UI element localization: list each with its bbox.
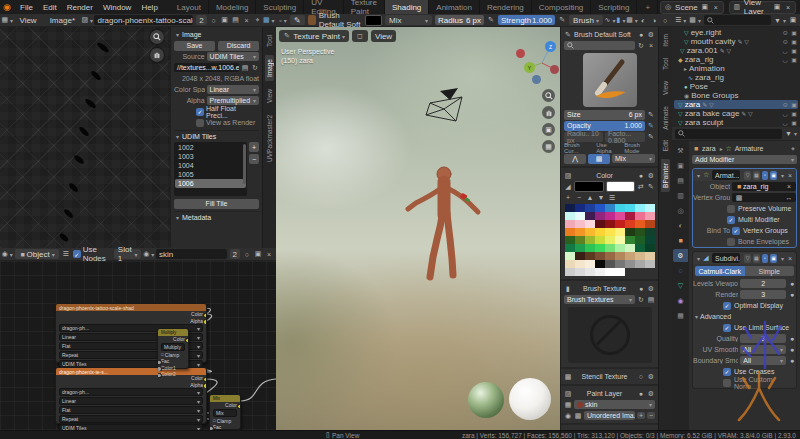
open-image-icon[interactable]: ▤ (232, 16, 240, 24)
palette-swatch[interactable] (595, 244, 605, 252)
palette-add-icon[interactable]: + (564, 194, 572, 201)
hdri-preview-sphere[interactable] (468, 382, 504, 418)
catmull-clark-button[interactable]: Catmull-Clark (695, 266, 745, 276)
material-icon[interactable]: ◉▾ (144, 250, 153, 258)
custom-normals-option[interactable]: Use Custom Norm... (693, 377, 796, 388)
factor-slider-disabled[interactable]: Facto... 0.800 (605, 132, 645, 142)
editor-type-icon[interactable]: ▫▾ (279, 17, 287, 24)
shader-node-editor[interactable]: dragon-phoenix-tattoo-scale-shad Color A… (0, 261, 276, 430)
source-select[interactable]: UDIM Tiles▾ (207, 52, 259, 61)
palette-swatch[interactable] (595, 228, 605, 236)
palette-swatch[interactable] (625, 204, 635, 212)
palette-swatch[interactable] (645, 260, 655, 268)
palette-swatch[interactable] (565, 252, 575, 260)
udim-panel-title[interactable]: UDIM Tiles (182, 133, 216, 140)
pressure-icon[interactable]: ✎ (647, 111, 655, 119)
palette-swatch[interactable] (575, 204, 585, 212)
cage-toggle[interactable]: ▦ (753, 254, 760, 263)
fill-tile-button[interactable]: Fill Tile (174, 199, 259, 209)
outliner-item[interactable]: ◆ zara_rig ◡ ▣ (674, 55, 798, 64)
palette-swatch[interactable] (575, 244, 585, 252)
armature-object-field[interactable]: ■zara_rig× (732, 182, 796, 191)
palette-down-icon[interactable]: ▼ (597, 194, 605, 201)
unlink-icon[interactable]: × (265, 251, 273, 258)
palette-swatch[interactable] (605, 228, 615, 236)
gear-icon[interactable]: ⚙ (647, 31, 655, 39)
colorspace-select[interactable]: Linear▾ (207, 85, 259, 94)
palette-swatch[interactable] (595, 260, 605, 268)
fake-user-dot[interactable]: ○ (637, 373, 645, 380)
palette-swatch[interactable] (645, 212, 655, 220)
palette-swatch[interactable] (625, 220, 635, 228)
palette-swatch[interactable] (645, 252, 655, 260)
palette-swatch[interactable] (605, 268, 615, 276)
matcap-sphere[interactable] (509, 378, 551, 420)
node-output[interactable]: Alpha (56, 318, 206, 325)
half-float-checkbox[interactable] (196, 108, 204, 116)
tab-view-layer[interactable]: ▥ (673, 189, 688, 202)
tab-output[interactable]: ▤ (673, 174, 688, 187)
brush-texture-title[interactable]: Brush Texture (583, 285, 626, 292)
visibility-icons[interactable]: ⊙ ▣ (783, 38, 798, 45)
metadata-panel-title[interactable]: Metadata (182, 214, 211, 221)
menubar-item[interactable]: Window (98, 3, 136, 12)
gizmo-y-axis[interactable]: Y (524, 62, 535, 73)
symmetry-y-icon[interactable]: ◑ (650, 17, 658, 24)
falloff-icon[interactable]: ∿▾ (606, 16, 614, 24)
sidebar-tab[interactable]: UVPackmaster2 (265, 111, 274, 166)
fake-user-dot[interactable]: ● (637, 390, 645, 397)
view-layer-selector[interactable]: ▥ View Layer ▣ × (729, 1, 796, 14)
palette-swatch[interactable] (625, 260, 635, 268)
gear-icon[interactable]: ⚙ (647, 373, 655, 381)
unlink-icon[interactable]: × (243, 17, 251, 24)
image-menu[interactable]: Image* (45, 16, 80, 25)
brush-search-input[interactable] (564, 41, 635, 50)
filter-icon[interactable]: ▼▾ (785, 130, 797, 137)
edit-mode-toggle[interactable]: ▽ (744, 171, 751, 180)
filter-icon[interactable]: ▼▾ (774, 17, 786, 24)
palette-swatch[interactable] (575, 268, 585, 276)
palette-swatch[interactable] (575, 228, 585, 236)
radius-slider-disabled[interactable]: Radiu.. 10 px (564, 132, 603, 142)
palette-swatch[interactable] (645, 220, 655, 228)
radius-slider[interactable]: Radius6 px (435, 15, 484, 25)
palette-swatch[interactable] (565, 268, 575, 276)
modifier-name-field[interactable]: Subdivi... (712, 253, 740, 263)
palette-swatch[interactable] (605, 220, 615, 228)
gear-icon[interactable]: ⚙ (647, 172, 655, 180)
refresh-icon[interactable]: ↻ (637, 42, 645, 50)
curve-preset-button[interactable]: ⋀ (564, 154, 586, 164)
close-icon[interactable]: × (712, 4, 720, 11)
eyedropper-icon[interactable]: ✎ (647, 183, 655, 191)
brush-preview[interactable] (583, 53, 637, 107)
gear-icon[interactable]: ⚙ (647, 390, 655, 398)
palette-swatch[interactable] (645, 244, 655, 252)
outliner-item[interactable]: ▽ zara ✎ ▽ ⊙ ▣ (674, 100, 798, 109)
workspace-tab[interactable]: Scripting (591, 0, 637, 14)
close-icon[interactable]: × (786, 172, 794, 179)
strength-pressure-icon[interactable]: ✎ (558, 16, 566, 24)
pan-tool-button[interactable] (150, 48, 164, 62)
palette-swatch[interactable] (625, 212, 635, 220)
npanel-tab[interactable]: BPainter (661, 159, 670, 192)
node-select[interactable]: Flat▾ (59, 406, 203, 414)
fake-user-icon[interactable]: ○ (210, 17, 218, 24)
workspace-tab[interactable]: Sculpting (256, 0, 304, 14)
palette-swatch[interactable] (575, 260, 585, 268)
clear-icon[interactable]: × (785, 183, 793, 190)
editor-type-icon[interactable]: ▦▾ (3, 16, 11, 24)
use-alpha-toggle[interactable]: ▩ (588, 154, 610, 164)
add-modifier-select[interactable]: Add Modifier▾ (692, 155, 797, 164)
vertex-group-field[interactable]: ▩↔ (732, 193, 796, 202)
outliner-item[interactable]: ▽ zara bake cage ✎ ▽ ◡ ▣ (674, 109, 798, 118)
pressure-icon[interactable]: ✎ (647, 122, 655, 130)
editor-type-icon[interactable]: ◉▾ (3, 250, 12, 258)
close-icon[interactable]: × (786, 255, 794, 262)
palette-swatch[interactable] (615, 228, 625, 236)
image-users-badge[interactable]: 2 (196, 15, 206, 25)
modifier-name-field[interactable]: Armat... (712, 170, 740, 180)
palette-swatch[interactable] (605, 260, 615, 268)
navigation-gizmo[interactable]: Z Y (512, 37, 558, 83)
gizmo-z-neg[interactable] (532, 75, 541, 84)
palette-swatch[interactable] (625, 244, 635, 252)
